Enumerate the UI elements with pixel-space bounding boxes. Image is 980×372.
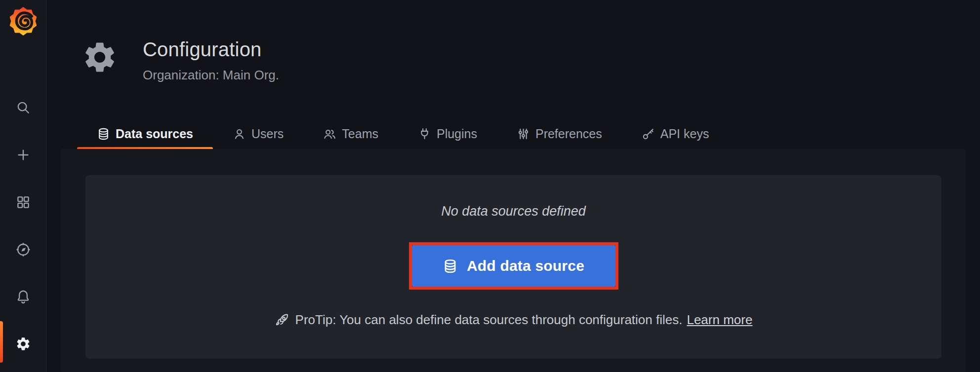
key-icon	[642, 127, 655, 141]
empty-state-message: No data sources defined	[441, 202, 586, 220]
plus-icon	[16, 148, 31, 162]
tab-preferences[interactable]: Preferences	[497, 118, 622, 149]
tab-users[interactable]: Users	[213, 118, 303, 149]
plug-icon	[418, 127, 431, 141]
tab-data-sources[interactable]: Data sources	[77, 118, 213, 149]
grafana-configuration-page: Configuration Organization: Main Org. Da…	[0, 0, 980, 372]
tab-plugins[interactable]: Plugins	[398, 118, 497, 149]
user-icon	[233, 127, 246, 141]
tab-label: Teams	[342, 127, 378, 141]
grafana-logo[interactable]	[0, 5, 46, 37]
learn-more-link[interactable]: Learn more	[687, 312, 752, 328]
tab-content-area: No data sources defined Add data source	[61, 149, 966, 372]
rocket-icon	[275, 313, 289, 328]
main-area: Configuration Organization: Main Org. Da…	[46, 0, 980, 372]
search-icon	[16, 100, 31, 115]
sidebar	[0, 0, 46, 372]
sidebar-item-search[interactable]	[0, 84, 46, 131]
sidebar-top-nav	[0, 84, 46, 273]
explore-compass-icon	[15, 242, 31, 258]
page-title: Configuration	[143, 37, 279, 61]
tab-bar: Data sources Users Teams	[77, 118, 729, 149]
sidebar-item-create[interactable]	[0, 131, 46, 179]
dashboards-icon	[16, 195, 31, 210]
database-icon	[97, 127, 110, 141]
tab-label: Data sources	[116, 127, 193, 141]
sliders-icon	[517, 127, 530, 141]
gear-icon	[15, 336, 31, 352]
tab-teams[interactable]: Teams	[303, 118, 398, 149]
add-data-source-button[interactable]: Add data source	[412, 245, 615, 287]
sidebar-item-alerting[interactable]	[0, 273, 46, 320]
protip-text: ProTip: You can also define data sources…	[295, 312, 683, 328]
configuration-gear-icon	[82, 39, 118, 75]
tab-label: API keys	[660, 127, 709, 141]
tab-label: Preferences	[535, 127, 602, 141]
annotation-highlight-box: Add data source	[409, 242, 618, 290]
tab-label: Plugins	[437, 127, 477, 141]
add-data-source-label: Add data source	[467, 258, 584, 274]
tab-api-keys[interactable]: API keys	[622, 118, 729, 149]
bell-icon	[15, 289, 31, 304]
sidebar-item-dashboards[interactable]	[0, 179, 46, 226]
data-sources-empty-panel: No data sources defined Add data source	[85, 175, 941, 359]
sidebar-item-configuration[interactable]	[0, 320, 46, 368]
page-header: Configuration Organization: Main Org.	[82, 37, 279, 82]
tab-label: Users	[251, 127, 284, 141]
header-text: Configuration Organization: Main Org.	[143, 37, 279, 82]
grafana-logo-icon	[8, 6, 39, 36]
sidebar-item-explore[interactable]	[0, 226, 46, 273]
users-icon	[323, 127, 336, 141]
page-subtitle: Organization: Main Org.	[143, 68, 279, 82]
sidebar-bottom-nav	[0, 273, 46, 368]
database-icon	[443, 259, 458, 274]
protip-row: ProTip: You can also define data sources…	[275, 312, 753, 328]
